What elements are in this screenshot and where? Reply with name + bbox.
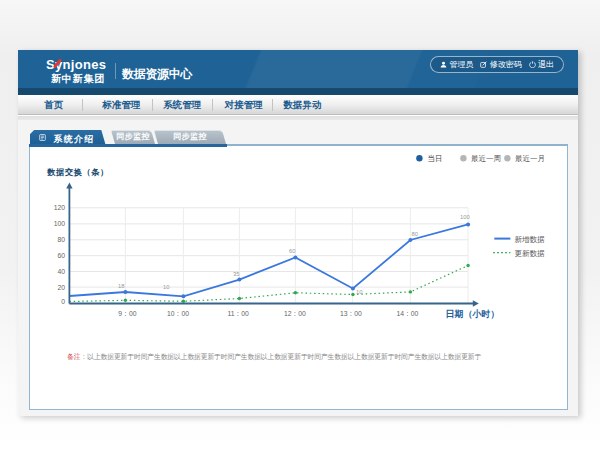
svg-text:40: 40 — [57, 268, 65, 275]
svg-text:60: 60 — [57, 252, 65, 259]
svg-text:100: 100 — [460, 214, 470, 220]
svg-text:数据交换（条）: 数据交换（条） — [46, 167, 109, 177]
svg-text:最近一周: 最近一周 — [470, 154, 500, 163]
svg-text:0: 0 — [61, 298, 65, 305]
svg-text:备注：以上数据更新于时间产生数据以上数据更新于时间产生数据以: 备注：以上数据更新于时间产生数据以上数据更新于时间产生数据以上数据更新于时间产生… — [67, 352, 481, 361]
svg-text:80: 80 — [57, 236, 65, 243]
svg-text:10: 10 — [356, 289, 362, 295]
svg-text:11：00: 11：00 — [227, 310, 249, 317]
svg-text:12：00: 12：00 — [284, 310, 306, 317]
svg-text:9：00: 9：00 — [118, 310, 136, 317]
svg-text:20: 20 — [57, 284, 65, 291]
svg-text:当日: 当日 — [427, 154, 442, 163]
svg-text:80: 80 — [411, 231, 417, 237]
svg-text:更新数据: 更新数据 — [514, 249, 545, 258]
svg-text:10: 10 — [163, 284, 169, 290]
svg-text:14：00: 14：00 — [396, 310, 418, 317]
svg-text:35: 35 — [233, 271, 239, 277]
svg-text:18: 18 — [118, 283, 124, 289]
svg-text:120: 120 — [53, 204, 65, 211]
svg-text:10：00: 10：00 — [167, 310, 189, 317]
svg-text:100: 100 — [53, 220, 65, 227]
svg-text:新增数据: 新增数据 — [514, 235, 545, 244]
svg-text:60: 60 — [289, 248, 295, 254]
svg-text:日期（小时）: 日期（小时） — [445, 309, 499, 319]
svg-text:最近一月: 最近一月 — [514, 154, 544, 163]
svg-text:13：00: 13：00 — [340, 310, 362, 317]
